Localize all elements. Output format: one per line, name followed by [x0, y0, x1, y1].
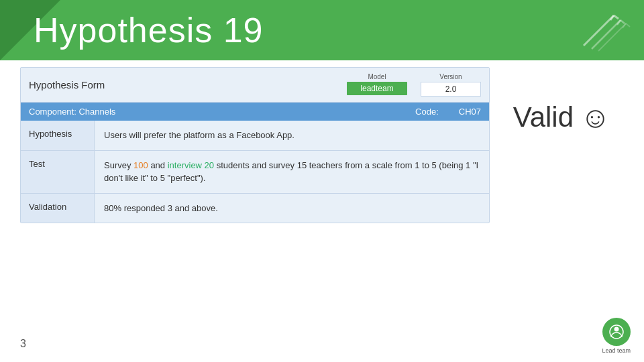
test-content: Survey 100 and interview 20 students and… — [95, 151, 489, 193]
validation-content: 80% responded 3 and above. — [95, 194, 489, 223]
hypothesis-content: Users will prefer the platform as a Face… — [95, 121, 489, 150]
version-group: Version 2.0 — [421, 73, 481, 97]
model-label: Model — [368, 73, 386, 80]
svg-point-9 — [614, 327, 619, 332]
svg-line-5 — [621, 20, 625, 23]
arrow-decoration — [577, 5, 631, 52]
component-row: Component: Channels Code: CH07 — [21, 103, 489, 121]
leadteam-label: Lead team — [602, 347, 631, 354]
model-group: Model leadteam — [347, 73, 407, 97]
badge-circle — [602, 318, 631, 346]
form-header: Hypothesis Form Model leadteam Version 2… — [21, 68, 489, 103]
validation-row: Validation 80% responded 3 and above. — [21, 194, 489, 223]
form-card: Hypothesis Form Model leadteam Version 2… — [20, 67, 490, 223]
main-content: Hypothesis Form Model leadteam Version 2… — [20, 67, 490, 223]
svg-line-2 — [614, 15, 619, 19]
svg-line-8 — [626, 23, 630, 27]
leadteam-badge: Lead team — [602, 318, 631, 354]
component-code: Code: CH07 — [415, 107, 481, 117]
svg-line-1 — [610, 15, 614, 20]
code-label: Code: — [415, 107, 439, 117]
code-value: CH07 — [459, 107, 481, 117]
page-title: Hypothesis 19 — [34, 10, 264, 50]
hypothesis-label: Hypothesis — [21, 121, 95, 150]
validation-label: Validation — [21, 194, 95, 223]
test-label: Test — [21, 151, 95, 193]
component-label: Component: Channels — [29, 107, 115, 117]
smiley-icon: ☺ — [580, 101, 610, 134]
survey-highlight: 100 — [133, 160, 148, 170]
interview-highlight: interview 20 — [168, 160, 214, 170]
top-bar: Hypothesis 19 — [0, 0, 644, 60]
version-value: 2.0 — [421, 82, 481, 97]
form-title: Hypothesis Form — [29, 73, 333, 97]
test-row: Test Survey 100 and interview 20 student… — [21, 151, 489, 194]
valid-section: Valid ☺ — [513, 101, 610, 134]
version-label: Version — [439, 73, 462, 80]
model-value: leadteam — [347, 82, 407, 95]
valid-text: Valid — [513, 101, 574, 133]
hypothesis-row: Hypothesis Users will prefer the platfor… — [21, 121, 489, 151]
page-number: 3 — [20, 338, 26, 350]
